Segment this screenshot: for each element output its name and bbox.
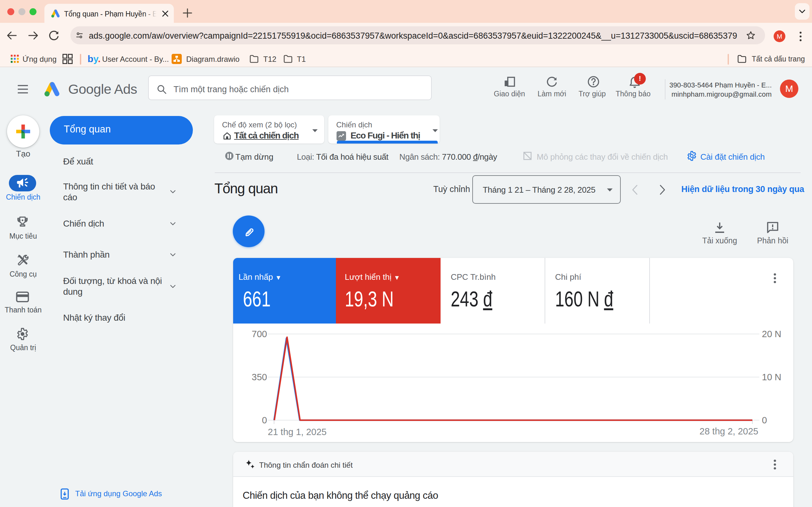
svg-text:28 thg 2, 2025: 28 thg 2, 2025 xyxy=(699,426,758,436)
svg-text:0: 0 xyxy=(262,415,267,425)
svg-text:21 thg 1, 2025: 21 thg 1, 2025 xyxy=(268,427,326,437)
svg-text:20 N: 20 N xyxy=(762,329,781,339)
svg-text:10 N: 10 N xyxy=(762,372,781,382)
svg-text:350: 350 xyxy=(252,372,267,382)
svg-text:0: 0 xyxy=(762,415,767,425)
svg-text:700: 700 xyxy=(252,329,267,339)
